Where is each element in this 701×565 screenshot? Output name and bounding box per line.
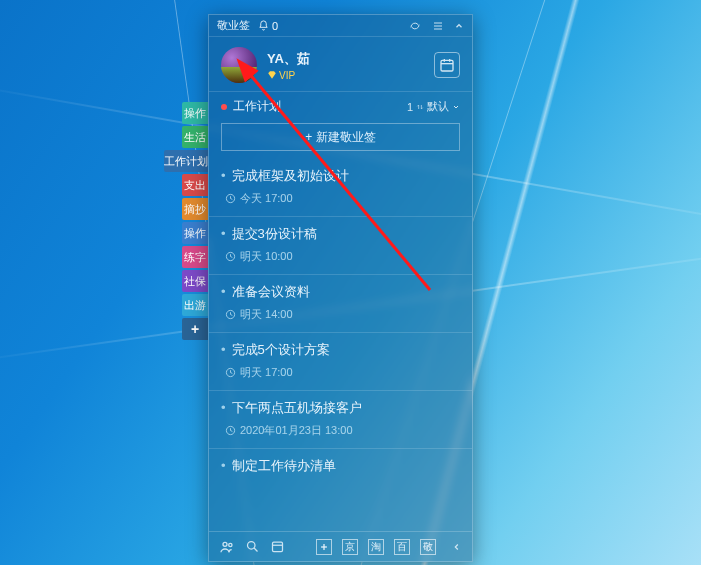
category-tab[interactable]: 练字 (182, 246, 208, 268)
svg-point-14 (248, 542, 256, 550)
sync-icon[interactable] (408, 20, 422, 32)
bullet-icon: • (221, 341, 226, 359)
quick-link-jingye[interactable]: 敬 (420, 539, 436, 555)
list-item[interactable]: •制定工作待办清单 (209, 448, 472, 485)
svg-rect-16 (273, 542, 283, 551)
notifications-button[interactable]: 0 (258, 20, 278, 32)
svg-line-15 (254, 548, 257, 551)
vip-badge: VIP (267, 70, 434, 81)
category-name: 工作计划 (233, 98, 281, 115)
sort-icon (416, 102, 424, 112)
item-title: 准备会议资料 (232, 283, 310, 301)
diamond-icon (267, 70, 277, 80)
category-color-dot (221, 104, 227, 110)
category-tab[interactable]: 工作计划 (164, 150, 208, 172)
search-button[interactable] (245, 539, 260, 554)
category-tab[interactable]: 摘抄 (182, 198, 208, 220)
titlebar: 敬业签 0 (209, 15, 472, 37)
category-tab[interactable]: 出游 (182, 294, 208, 316)
item-title: 提交3份设计稿 (232, 225, 317, 243)
new-note-label: + 新建敬业签 (305, 129, 375, 146)
list-item[interactable]: •完成框架及初始设计今天 17:00 (209, 159, 472, 216)
avatar[interactable] (221, 47, 257, 83)
app-name: 敬业签 (217, 18, 250, 33)
clock-icon (225, 367, 236, 378)
category-tab[interactable]: 生活 (182, 126, 208, 148)
clock-icon (225, 309, 236, 320)
list-item[interactable]: •完成5个设计方案明天 17:00 (209, 332, 472, 390)
category-tab[interactable]: 操作 (182, 222, 208, 244)
bullet-icon: • (221, 399, 226, 417)
new-note-button[interactable]: + 新建敬业签 (221, 123, 460, 151)
item-title: 制定工作待办清单 (232, 457, 336, 475)
bullet-icon: • (221, 167, 226, 185)
calendar-icon (439, 57, 455, 73)
sort-button[interactable]: 1 默认 (407, 99, 460, 114)
list-item[interactable]: •准备会议资料明天 14:00 (209, 274, 472, 332)
list-item[interactable]: •提交3份设计稿明天 10:00 (209, 216, 472, 274)
team-button[interactable] (219, 539, 235, 555)
add-category-tab[interactable]: + (182, 318, 208, 340)
category-row: 工作计划 1 默认 (209, 92, 472, 119)
user-header: YA、茹 VIP (209, 37, 472, 92)
clock-icon (225, 425, 236, 436)
username: YA、茹 (267, 50, 434, 68)
menu-icon[interactable] (432, 20, 444, 32)
bullet-icon: • (221, 283, 226, 301)
item-time: 2020年01月23日 13:00 (221, 423, 460, 438)
svg-point-13 (229, 543, 232, 546)
search-icon (245, 539, 260, 554)
quick-link-jing[interactable]: 京 (342, 539, 358, 555)
svg-point-12 (223, 542, 227, 546)
collapse-icon[interactable] (454, 21, 464, 31)
bullet-icon: • (221, 225, 226, 243)
side-tabs: 操作生活工作计划支出摘抄操作练字社保出游+ (182, 102, 208, 340)
quick-link-tao[interactable]: 淘 (368, 539, 384, 555)
svg-rect-3 (441, 60, 453, 71)
people-icon (219, 539, 235, 555)
quick-link-bai[interactable]: 百 (394, 539, 410, 555)
footer-bar: 京 淘 百 敬 (209, 531, 472, 561)
item-title: 完成5个设计方案 (232, 341, 330, 359)
item-title: 完成框架及初始设计 (232, 167, 349, 185)
sort-label: 默认 (427, 99, 449, 114)
calendar-button[interactable] (434, 52, 460, 78)
item-time: 今天 17:00 (221, 191, 460, 206)
desktop-background: 操作生活工作计划支出摘抄操作练字社保出游+ 敬业签 0 YA、茹 VIP (0, 0, 701, 565)
bullet-icon: • (221, 457, 226, 475)
item-time: 明天 10:00 (221, 249, 460, 264)
plus-icon (319, 542, 329, 552)
calendar-small-icon (270, 539, 285, 554)
clock-icon (225, 193, 236, 204)
chevron-down-icon (452, 103, 460, 111)
category-tab[interactable]: 支出 (182, 174, 208, 196)
category-tab[interactable]: 社保 (182, 270, 208, 292)
clock-icon (225, 251, 236, 262)
list-item[interactable]: •下午两点五机场接客户2020年01月23日 13:00 (209, 390, 472, 448)
expand-footer-button[interactable] (452, 542, 462, 552)
history-button[interactable] (270, 539, 285, 554)
category-tab[interactable]: 操作 (182, 102, 208, 124)
add-square-button[interactable] (316, 539, 332, 555)
notification-count: 0 (272, 20, 278, 32)
item-title: 下午两点五机场接客户 (232, 399, 362, 417)
note-list: •完成框架及初始设计今天 17:00•提交3份设计稿明天 10:00•准备会议资… (209, 159, 472, 531)
category-count: 1 (407, 101, 413, 113)
item-time: 明天 14:00 (221, 307, 460, 322)
chevron-right-icon (452, 542, 462, 552)
app-window: 敬业签 0 YA、茹 VIP (208, 14, 473, 562)
bell-icon (258, 20, 269, 31)
item-time: 明天 17:00 (221, 365, 460, 380)
